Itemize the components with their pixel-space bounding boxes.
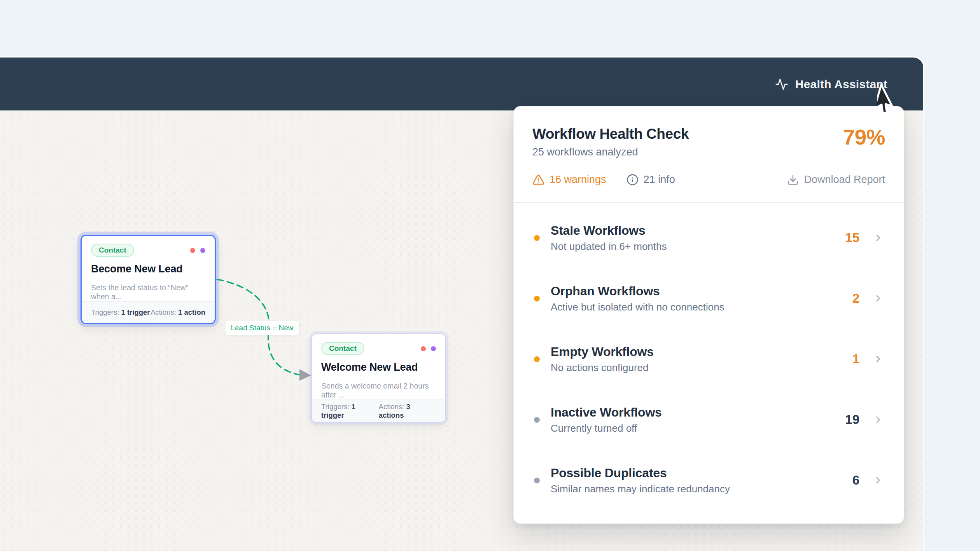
chevron-right-icon — [873, 475, 884, 486]
download-tray-icon — [787, 174, 799, 186]
workflow-card-become-new-lead[interactable]: Contact Become New Lead Sets the lead st… — [80, 235, 216, 324]
warning-dot-icon — [534, 235, 540, 241]
status-dots — [421, 346, 436, 351]
issue-count: 1 — [852, 352, 859, 366]
download-report-label: Download Report — [804, 174, 885, 186]
issue-row-inactive-workflows[interactable]: Inactive Workflows Currently turned off … — [534, 389, 884, 450]
issue-count: 6 — [852, 473, 859, 488]
health-check-panel: Workflow Health Check 25 workflows analy… — [513, 106, 904, 524]
contact-badge: Contact — [321, 342, 364, 355]
warning-dot-icon — [534, 356, 540, 362]
panel-header: Workflow Health Check 25 workflows analy… — [514, 106, 904, 186]
workflow-card-welcome-new-lead[interactable]: Contact Welcome New Lead Sends a welcome… — [311, 333, 446, 423]
connection-condition-label: Lead Status = New — [225, 321, 299, 335]
workflow-title: Become New Lead — [91, 263, 205, 275]
actions-label: Actions: — [379, 403, 404, 411]
info-circle-icon — [626, 174, 639, 186]
info-dot-icon — [534, 417, 540, 423]
issue-title: Possible Duplicates — [551, 466, 852, 480]
info-dot-icon — [534, 478, 540, 483]
chevron-right-icon — [873, 354, 884, 364]
issue-subtitle: Active but isolated with no connections — [551, 301, 852, 313]
download-report-button[interactable]: Download Report — [787, 174, 885, 186]
issue-subtitle: Currently turned off — [551, 422, 845, 434]
chevron-right-icon — [873, 414, 884, 425]
page-background: Health Assistant Lead Status = New Conta… — [0, 0, 980, 551]
workflow-description: Sends a welcome email 2 hours after ... — [321, 382, 436, 399]
status-dots — [190, 248, 205, 253]
workflow-title: Welcome New Lead — [321, 361, 436, 373]
health-assistant-button[interactable]: Health Assistant — [775, 58, 887, 111]
arrowhead-icon — [299, 369, 311, 381]
warnings-stat: 16 warnings — [532, 174, 606, 186]
issue-count: 19 — [845, 412, 859, 427]
activity-pulse-icon — [775, 78, 788, 91]
warning-triangle-icon — [532, 174, 544, 186]
triggers-label: Triggers: — [321, 403, 349, 411]
issue-count: 15 — [845, 230, 859, 245]
triggers-label: Triggers: — [91, 308, 119, 316]
issue-list: Stale Workflows Not updated in 6+ months… — [514, 203, 904, 511]
issue-subtitle: No actions configured — [551, 362, 852, 374]
issue-title: Empty Workflows — [551, 345, 852, 359]
health-score: 79% — [843, 127, 885, 148]
purple-status-dot-icon — [200, 248, 205, 253]
info-label: 21 info — [644, 174, 675, 186]
info-stat: 21 info — [626, 174, 675, 186]
actions-label: Actions: — [150, 308, 176, 316]
purple-status-dot-icon — [431, 346, 436, 351]
card-footer: Triggers: 1 trigger Actions: 1 action — [82, 301, 215, 323]
issue-title: Stale Workflows — [551, 223, 845, 238]
card-body: Contact Welcome New Lead Sends a welcome… — [312, 334, 445, 399]
issue-title: Orphan Workflows — [551, 284, 852, 298]
issue-row-possible-duplicates[interactable]: Possible Duplicates Similar names may in… — [534, 450, 884, 511]
warning-dot-icon — [534, 296, 540, 302]
issue-count: 2 — [852, 291, 859, 306]
issue-subtitle: Similar names may indicate redundancy — [551, 483, 852, 495]
workflow-description: Sets the lead status to “New” when a... — [91, 283, 205, 301]
issue-row-empty-workflows[interactable]: Empty Workflows No actions configured 1 — [534, 329, 884, 389]
warnings-label: 16 warnings — [550, 174, 606, 186]
red-status-dot-icon — [190, 248, 195, 253]
panel-subtitle: 25 workflows analyzed — [532, 146, 689, 158]
card-footer: Triggers: 1 trigger Actions: 3 actions — [312, 399, 445, 422]
card-body: Contact Become New Lead Sets the lead st… — [82, 236, 215, 301]
red-status-dot-icon — [421, 346, 426, 351]
chevron-right-icon — [873, 293, 884, 304]
issue-row-stale-workflows[interactable]: Stale Workflows Not updated in 6+ months… — [534, 207, 884, 268]
issue-subtitle: Not updated in 6+ months — [551, 241, 845, 253]
health-assistant-label: Health Assistant — [795, 78, 887, 91]
issue-row-orphan-workflows[interactable]: Orphan Workflows Active but isolated wit… — [534, 268, 884, 329]
triggers-value: 1 trigger — [121, 308, 150, 316]
chevron-right-icon — [873, 232, 884, 243]
issue-title: Inactive Workflows — [551, 405, 845, 420]
actions-value: 1 action — [178, 308, 205, 316]
top-navigation-bar: Health Assistant — [0, 58, 923, 111]
contact-badge: Contact — [91, 244, 134, 257]
panel-title: Workflow Health Check — [532, 126, 689, 142]
